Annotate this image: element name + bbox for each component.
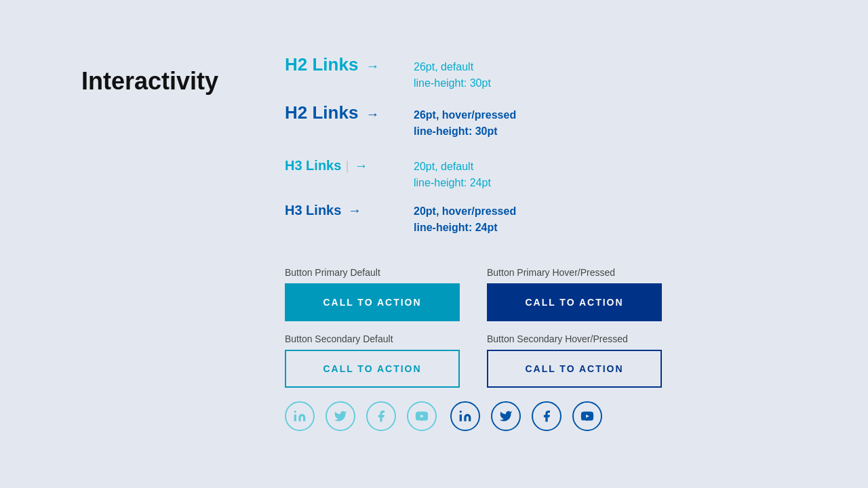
h2-hover-label: H2 Links → xyxy=(285,102,400,124)
linkedin-light-icon[interactable] xyxy=(285,401,315,431)
cursor-indicator xyxy=(347,161,348,173)
twitter-dark-icon[interactable] xyxy=(491,401,521,431)
h2-hover-row: H2 Links → 26pt, hover/pressed line-heig… xyxy=(285,102,787,140)
h3-hover-row: H3 Links → 20pt, hover/pressed line-heig… xyxy=(285,202,787,236)
buttons-row-2: Button Secondary Default CALL TO ACTION … xyxy=(285,333,787,388)
primary-default-label: Button Primary Default xyxy=(285,267,460,278)
secondary-default-group: Button Secondary Default CALL TO ACTION xyxy=(285,333,460,388)
social-section xyxy=(285,401,787,431)
buttons-row-1: Button Primary Default CALL TO ACTION Bu… xyxy=(285,267,787,321)
h2-link-hover[interactable]: H2 Links → xyxy=(285,102,380,124)
facebook-dark-icon[interactable] xyxy=(532,401,561,431)
primary-default-group: Button Primary Default CALL TO ACTION xyxy=(285,267,460,321)
btn-primary-hover[interactable]: CALL TO ACTION xyxy=(487,283,662,321)
h2-hover-desc: 26pt, hover/pressed line-height: 30pt xyxy=(414,107,516,140)
social-group-dark xyxy=(450,401,602,431)
secondary-hover-group: Button Secondary Hover/Pressed CALL TO A… xyxy=(487,333,662,388)
linkedin-dark-icon[interactable] xyxy=(450,401,480,431)
h3-default-arrow: → xyxy=(354,158,368,173)
youtube-dark-icon[interactable] xyxy=(572,401,602,431)
primary-hover-label: Button Primary Hover/Pressed xyxy=(487,267,662,278)
youtube-light-icon[interactable] xyxy=(407,401,437,431)
right-panel: H2 Links → 26pt, default line-height: 30… xyxy=(285,54,787,431)
links-section: H2 Links → 26pt, default line-height: 30… xyxy=(285,54,787,247)
btn-secondary-default[interactable]: CALL TO ACTION xyxy=(285,350,460,388)
h2-default-row: H2 Links → 26pt, default line-height: 30… xyxy=(285,54,787,92)
h2-default-desc: 26pt, default line-height: 30pt xyxy=(414,59,491,92)
h2-link-default[interactable]: H2 Links → xyxy=(285,54,380,76)
link-divider xyxy=(285,150,787,157)
h3-hover-desc: 20pt, hover/pressed line-height: 24pt xyxy=(414,203,516,236)
h3-default-desc: 20pt, default line-height: 24pt xyxy=(414,159,491,191)
left-panel: Interactivity xyxy=(81,54,285,95)
facebook-light-icon[interactable] xyxy=(366,401,396,431)
h3-hover-label: H3 Links → xyxy=(285,202,400,218)
h2-hover-arrow: → xyxy=(366,106,380,121)
h3-default-row: H3 Links → 20pt, default line-height: 24… xyxy=(285,157,787,191)
primary-hover-group: Button Primary Hover/Pressed CALL TO ACT… xyxy=(487,267,662,321)
h3-link-hover[interactable]: H3 Links → xyxy=(285,202,361,218)
secondary-hover-label: Button Secondary Hover/Pressed xyxy=(487,333,662,344)
h3-link-default[interactable]: H3 Links → xyxy=(285,157,368,174)
page-container: Interactivity H2 Links → 26pt, default l… xyxy=(0,0,868,488)
btn-secondary-hover[interactable]: CALL TO ACTION xyxy=(487,350,662,388)
btn-primary-default[interactable]: CALL TO ACTION xyxy=(285,283,460,321)
page-title: Interactivity xyxy=(81,68,285,95)
h2-default-label: H2 Links → xyxy=(285,54,400,76)
h2-default-arrow: → xyxy=(366,58,380,73)
svg-point-0 xyxy=(294,411,296,413)
twitter-light-icon[interactable] xyxy=(326,401,355,431)
h3-default-label: H3 Links → xyxy=(285,157,400,174)
secondary-default-label: Button Secondary Default xyxy=(285,333,460,344)
h3-hover-arrow: → xyxy=(348,203,361,218)
social-group-light xyxy=(285,401,437,431)
svg-point-1 xyxy=(460,411,462,413)
